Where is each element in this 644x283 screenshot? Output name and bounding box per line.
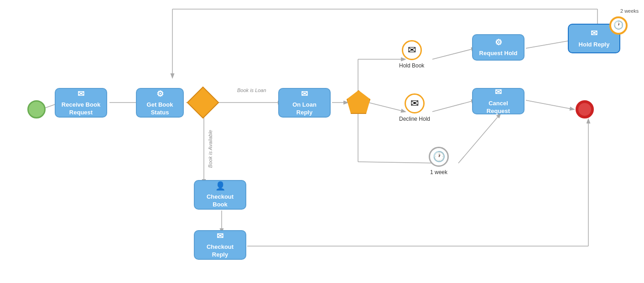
- flow-arrows: [0, 0, 644, 283]
- envelope-icon: ✉: [78, 89, 84, 99]
- bpmn-canvas: ✉ Receive Book Request ⚙ Get BookStatus …: [0, 0, 644, 283]
- decline-hold-label: Decline Hold: [399, 116, 430, 123]
- hold-reply-node[interactable]: 🕐 ✉ Hold Reply: [568, 24, 620, 53]
- two-weeks-label: 2 weeks: [620, 8, 639, 14]
- gateway1-diamond[interactable]: [187, 87, 219, 119]
- svg-line-17: [358, 162, 439, 163]
- gateway1-node: [192, 91, 214, 114]
- receive-book-request-label: Receive Book Request: [60, 101, 102, 117]
- gateway2-node: [347, 90, 370, 114]
- checkout-reply-node[interactable]: ✉ Checkout Reply: [194, 230, 246, 260]
- svg-line-19: [526, 100, 574, 109]
- envelope-icon-2: ✉: [301, 89, 308, 99]
- gateway2-pentagon[interactable]: [347, 90, 370, 114]
- book-is-available-label: Book is Available: [208, 130, 213, 168]
- receive-book-request-node[interactable]: ✉ Receive Book Request: [55, 88, 107, 118]
- decline-hold-event[interactable]: ✉: [405, 93, 425, 113]
- envelope-icon-4: ✉: [495, 87, 502, 98]
- on-loan-reply-label: On Loan Reply: [284, 101, 325, 117]
- end-event-node: [576, 100, 594, 118]
- start-event-circle[interactable]: [27, 100, 46, 118]
- checkout-book-label: Checkout Book: [199, 193, 241, 209]
- timer-1week-node[interactable]: 🕐 1 week: [429, 147, 449, 176]
- decline-hold-node[interactable]: ✉ Decline Hold: [399, 93, 430, 123]
- checkout-reply-label: Checkout Reply: [199, 243, 241, 259]
- hold-reply-label: Hold Reply: [579, 41, 610, 49]
- svg-line-11: [526, 40, 573, 48]
- start-event: [27, 100, 46, 118]
- svg-line-15: [432, 100, 475, 112]
- end-event-circle[interactable]: [576, 100, 594, 118]
- gear-icon-2: ⚙: [495, 37, 502, 48]
- svg-line-10: [432, 48, 475, 59]
- hold-book-event[interactable]: ✉: [402, 40, 422, 60]
- timer-1week-label: 1 week: [430, 169, 447, 176]
- request-hold-label: Request Hold: [479, 50, 518, 57]
- cancel-request-label: Cancel Request: [478, 100, 519, 115]
- checkout-book-node[interactable]: 👤 Checkout Book: [194, 180, 246, 210]
- user-icon: 👤: [215, 181, 225, 191]
- get-book-status-node[interactable]: ⚙ Get BookStatus: [136, 88, 184, 118]
- on-loan-reply-node[interactable]: ✉ On Loan Reply: [278, 88, 331, 118]
- book-is-loan-label: Book is Loan: [237, 87, 266, 93]
- get-book-status-label: Get BookStatus: [147, 101, 173, 117]
- hold-book-label: Hold Book: [399, 62, 424, 70]
- svg-line-18: [458, 114, 500, 163]
- cancel-request-node[interactable]: ✉ Cancel Request: [472, 88, 525, 114]
- gear-icon: ⚙: [156, 89, 164, 99]
- timer-1week-event[interactable]: 🕐: [429, 147, 449, 167]
- request-hold-node[interactable]: ⚙ Request Hold: [472, 34, 525, 61]
- envelope-icon-5: ✉: [217, 231, 223, 242]
- hold-book-node[interactable]: ✉ Hold Book: [399, 40, 424, 70]
- envelope-icon-3: ✉: [591, 28, 597, 39]
